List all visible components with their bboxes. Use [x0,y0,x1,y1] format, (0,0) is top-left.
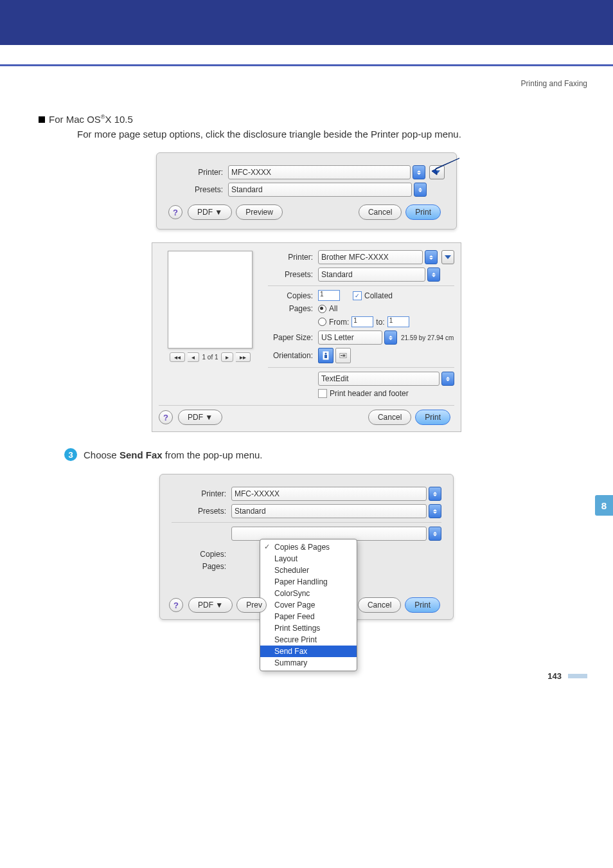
collated-checkbox[interactable]: ✓ [353,291,362,300]
menu-item-secure-print[interactable]: Secure Print [260,634,357,646]
svg-rect-2 [324,355,327,358]
printer-select[interactable]: MFC-XXXXX [231,487,427,501]
headerfooter-label: Print header and footer [330,389,409,398]
presets-label: Presets: [172,507,226,516]
papersize-dim: 21.59 by 27.94 cm [401,334,454,341]
page-preview [168,251,253,348]
heading-text-b: X 10.5 [105,114,133,125]
print-dialog-collapsed: Printer: MFC-XXXX Presets: Standard ? PD… [156,152,457,230]
footer-bar-icon [568,674,587,678]
section-select[interactable]: TextEdit [318,372,440,386]
presets-select[interactable]: Standard [231,504,427,518]
pages-all-label: All [329,304,337,313]
print-dialog-expanded: ◂◂◂ 1 of 1 ▸▸▸ Printer: Brother MFC-XXXX… [152,242,461,432]
help-icon[interactable]: ? [159,410,173,424]
menu-item-layout[interactable]: Layout [260,553,357,565]
presets-stepper-icon[interactable] [414,183,427,197]
papersize-select[interactable]: US Letter [318,330,382,345]
stepper-icon[interactable] [427,267,440,282]
pager-first-button[interactable]: ◂◂ [170,352,185,362]
copies-label: Copies: [268,291,313,300]
printer-stepper-icon[interactable] [413,165,425,179]
svg-point-4 [341,355,342,357]
presets-label: Presets: [168,185,223,194]
collated-label: Collated [364,291,393,300]
pages-all-radio[interactable] [318,305,326,313]
heading-reg: ® [101,114,105,120]
printer-select[interactable]: MFC-XXXX [228,165,411,179]
pdf-button[interactable]: PDF ▼ [188,204,232,220]
section-subtext: For more page setup options, click the d… [77,129,574,140]
menu-item-print-settings[interactable]: Print Settings [260,622,357,634]
step-text-a: Choose [84,449,120,460]
page-footer: 143 [0,671,587,681]
chapter-tab: 8 [595,495,613,516]
print-dialog-sendfax: Printer: MFC-XXXXX Presets: Standard Cop… [159,474,454,620]
menu-item-copies-pages[interactable]: Copies & Pages [260,541,357,553]
printer-label: Printer: [172,489,226,498]
stepper-icon[interactable] [429,504,441,518]
orientation-label: Orientation: [268,351,313,360]
stepper-icon[interactable] [429,527,441,541]
cancel-button[interactable]: Cancel [359,204,402,220]
preview-pager: ◂◂◂ 1 of 1 ▸▸▸ [159,352,262,362]
banner-underline [0,64,613,66]
pages-from-radio[interactable] [318,318,326,326]
copies-input[interactable]: 1 [318,290,340,301]
presets-select[interactable]: Standard [228,183,412,197]
copies-label: Copies: [172,550,226,559]
preview-button[interactable]: Preview [236,204,283,220]
step-number-icon: 3 [64,448,77,461]
disclosure-triangle-button[interactable] [441,250,454,264]
pages-label: Pages: [268,304,313,313]
pages-from-label: From: [329,318,349,327]
step-text-c: from the pop-up menu. [163,449,263,460]
presets-label: Presets: [268,270,313,279]
pager-prev-button[interactable]: ◂ [188,352,199,362]
stepper-icon[interactable] [441,372,454,386]
bullet-square [39,116,45,123]
pages-label: Pages: [172,562,226,571]
pages-to-input[interactable]: 1 [387,316,409,327]
heading-text-a: For Mac OS [49,114,101,125]
menu-item-scheduler[interactable]: Scheduler [260,565,357,576]
step-text-b: Send Fax [120,449,163,460]
cancel-button[interactable]: Cancel [358,597,401,613]
headerfooter-checkbox[interactable] [318,389,327,398]
printer-select[interactable]: Brother MFC-XXXX [318,250,423,264]
presets-select[interactable]: Standard [318,267,425,282]
svg-rect-5 [342,354,345,356]
top-banner [0,0,613,45]
pages-to-label: to: [376,318,384,327]
callout-arrow-icon [424,157,463,180]
section-heading: For Mac OS®X 10.5 [39,114,574,125]
papersize-label: Paper Size: [268,333,313,342]
pdf-button[interactable]: PDF ▼ [188,597,233,613]
printer-label: Printer: [168,168,223,177]
stepper-icon[interactable] [425,250,438,264]
section-path: Printing and Faxing [0,79,587,88]
pages-from-input[interactable]: 1 [351,316,373,327]
preview-button-cut[interactable]: Prev [236,597,267,613]
cancel-button[interactable]: Cancel [368,410,411,425]
page-number: 143 [547,671,562,681]
stepper-icon[interactable] [429,487,441,501]
printer-label: Printer: [268,253,313,262]
print-button[interactable]: Print [405,597,440,613]
help-icon[interactable]: ? [169,598,183,612]
menu-item-send-fax[interactable]: Send Fax [260,646,357,657]
pager-last-button[interactable]: ▸▸ [236,352,251,362]
help-icon[interactable]: ? [168,205,182,219]
menu-item-summary[interactable]: Summary [260,657,357,669]
orientation-landscape-button[interactable] [335,348,351,363]
pager-status: 1 of 1 [202,354,218,361]
print-button[interactable]: Print [415,410,450,425]
pager-next-button[interactable]: ▸ [221,352,233,362]
orientation-portrait-button[interactable] [318,348,333,363]
stepper-icon[interactable] [384,330,397,345]
print-button[interactable]: Print [405,204,441,220]
pdf-button[interactable]: PDF ▼ [178,410,222,425]
step-3-instruction: 3 Choose Send Fax from the pop-up menu. [64,448,574,461]
menu-item-paper-handling[interactable]: Paper Handling [260,576,357,588]
svg-point-1 [325,353,327,355]
